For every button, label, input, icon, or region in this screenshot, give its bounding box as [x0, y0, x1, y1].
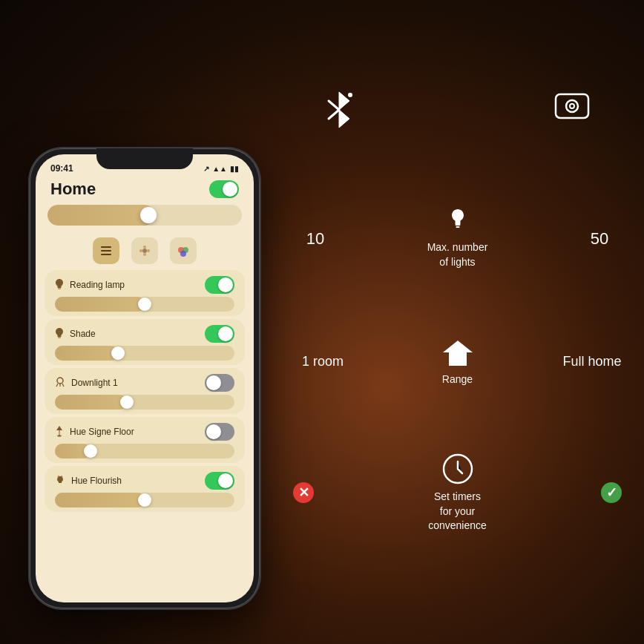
- bulb-icon: [450, 208, 466, 234]
- bluetooth-icon: [323, 89, 355, 129]
- svg-rect-24: [455, 224, 460, 226]
- lights-center-label: Max. numberof lights: [427, 240, 488, 269]
- svg-rect-11: [58, 287, 62, 288]
- home-title: Home: [50, 180, 96, 199]
- svg-rect-0: [101, 246, 111, 248]
- list-item: Hue Signe Floor: [45, 417, 245, 463]
- lights-left-value: 10: [293, 229, 338, 249]
- svg-point-5: [147, 249, 150, 252]
- brightness-thumb: [140, 207, 157, 223]
- tab-bar: [36, 234, 254, 270]
- svg-rect-21: [556, 94, 588, 118]
- range-left-value: 1 room: [293, 354, 352, 369]
- svg-rect-16: [59, 430, 60, 436]
- lights-right-value: 50: [577, 229, 622, 249]
- bridge-icon: [552, 85, 592, 125]
- svg-point-19: [61, 476, 63, 478]
- lights-center: Max. numberof lights: [391, 208, 525, 269]
- light-toggle[interactable]: [205, 472, 234, 490]
- bluetooth-section: [323, 89, 355, 129]
- slider-thumb: [138, 298, 151, 311]
- phone-screen: 09:41 ↗ ▲▲ ▮▮ Home: [36, 154, 254, 602]
- svg-point-17: [57, 435, 62, 436]
- slider-thumb: [84, 444, 97, 458]
- downlight-icon: [55, 377, 65, 390]
- timers-center: Set timersfor yourconvenience: [391, 453, 525, 533]
- slider-fill: [55, 395, 127, 410]
- yes-timer-icon: ✓: [601, 482, 622, 503]
- range-center-label: Range: [442, 373, 473, 385]
- no-timer-icon: ✕: [293, 482, 314, 503]
- svg-point-23: [570, 104, 574, 108]
- status-icons: ↗ ▲▲ ▮▮: [203, 165, 239, 173]
- battery-icon: ▮▮: [230, 165, 239, 173]
- range-right-value: Full home: [562, 354, 622, 369]
- light-name: Hue Flourish: [71, 476, 122, 486]
- light-toggle[interactable]: [205, 423, 234, 441]
- bulb-icon: [55, 278, 64, 292]
- phone-notch: [96, 148, 193, 169]
- svg-rect-2: [101, 254, 111, 255]
- svg-point-7: [143, 253, 146, 256]
- location-icon: ↗: [203, 165, 209, 173]
- range-row: 1 room Range Full home: [293, 338, 622, 385]
- light-slider[interactable]: [55, 395, 234, 410]
- svg-point-22: [566, 100, 578, 112]
- svg-rect-12: [58, 288, 61, 289]
- house-icon: [440, 338, 476, 369]
- svg-point-6: [143, 246, 146, 249]
- light-toggle[interactable]: [205, 374, 234, 392]
- slider-thumb: [111, 346, 125, 360]
- floor-lamp-icon: [55, 425, 64, 439]
- light-name: Shade: [70, 329, 96, 339]
- brightness-slider[interactable]: [47, 205, 242, 226]
- svg-point-4: [139, 249, 142, 252]
- brightness-fill: [47, 205, 154, 226]
- light-slider[interactable]: [55, 346, 234, 361]
- home-header: Home: [36, 177, 254, 205]
- svg-rect-13: [58, 336, 62, 337]
- slider-fill: [55, 297, 145, 312]
- svg-rect-25: [456, 226, 459, 228]
- list-item: Shade: [45, 319, 245, 365]
- svg-point-20: [348, 93, 352, 97]
- svg-rect-14: [58, 337, 61, 338]
- svg-point-3: [142, 249, 147, 253]
- flourish-icon: [55, 475, 65, 487]
- shade-icon: [55, 327, 64, 341]
- clock-icon: [441, 453, 474, 485]
- phone-mockup: 09:41 ↗ ▲▲ ▮▮ Home: [30, 148, 260, 608]
- timers-row: ✕ Set timersfor yourconvenience ✓: [293, 453, 622, 533]
- range-center: Range: [391, 338, 525, 385]
- tab-scenes[interactable]: [131, 237, 158, 264]
- slider-fill: [55, 346, 118, 361]
- light-toggle[interactable]: [205, 276, 234, 294]
- wifi-icon: ▲▲: [212, 165, 227, 173]
- light-slider[interactable]: [55, 444, 234, 459]
- list-item: Reading lamp: [45, 270, 245, 316]
- svg-point-15: [57, 378, 63, 384]
- tab-colors[interactable]: [170, 237, 197, 264]
- svg-rect-1: [101, 250, 111, 252]
- list-item: Downlight 1: [45, 368, 245, 414]
- light-toggle[interactable]: [205, 325, 234, 343]
- slider-fill: [55, 493, 145, 507]
- light-slider[interactable]: [55, 493, 234, 507]
- list-item: Hue Flourish: [45, 466, 245, 512]
- bridge-section: [552, 85, 592, 128]
- slider-thumb: [138, 493, 151, 507]
- light-name: Hue Signe Floor: [70, 427, 134, 437]
- timers-center-label: Set timersfor yourconvenience: [428, 490, 487, 533]
- light-slider[interactable]: [55, 297, 234, 312]
- tab-list[interactable]: [93, 237, 119, 264]
- lights-row: 10 Max. numberof lights 50: [293, 208, 622, 269]
- svg-point-10: [180, 251, 186, 257]
- svg-point-18: [58, 476, 60, 478]
- light-list: Reading lamp: [36, 270, 254, 512]
- status-time: 09:41: [50, 163, 73, 174]
- light-name: Reading lamp: [70, 280, 125, 290]
- light-name: Downlight 1: [71, 378, 118, 388]
- slider-thumb: [120, 395, 134, 409]
- scene: 09:41 ↗ ▲▲ ▮▮ Home: [0, 0, 644, 644]
- home-toggle[interactable]: [209, 180, 239, 198]
